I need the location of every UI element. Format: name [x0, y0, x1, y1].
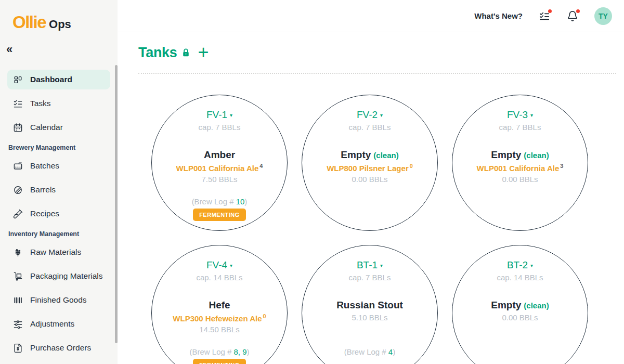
sidebar-collapse-icon[interactable]: « — [6, 43, 22, 56]
sidebar-item-label: Adjustments — [30, 319, 74, 329]
add-tank-button[interactable]: + — [198, 45, 209, 60]
tank-name-dropdown[interactable]: FV-1▾ — [152, 109, 287, 121]
sidebar-item-tasks[interactable]: Tasks — [7, 94, 110, 113]
user-avatar[interactable]: TY — [594, 7, 612, 25]
bell-icon[interactable] — [566, 10, 579, 22]
tank-header: BT-1▾cap. 7 BBLs — [302, 259, 437, 282]
brew-log-suffix: ) — [393, 347, 395, 356]
tank-capacity: cap. 7 BBLs — [302, 123, 437, 132]
tank-brew-log[interactable]: (Brew Log # 4) — [302, 347, 437, 356]
tank-recipe-name: WLP001 California Ale — [176, 164, 259, 173]
whats-new-link[interactable]: What's New? — [474, 11, 523, 20]
bell-notification-dot — [576, 9, 580, 13]
sidebar-item-label: Recipes — [30, 209, 59, 218]
purchase-orders-icon — [12, 343, 23, 353]
tank-id-label: FV-1 — [206, 109, 227, 120]
tank-brew-log[interactable]: (Brew Log # 10) — [152, 197, 287, 206]
chevron-down-icon: ▾ — [530, 263, 533, 268]
app-logo: OllieOps — [0, 0, 118, 32]
sidebar-item-recipes[interactable]: Recipes — [7, 204, 110, 224]
page-title: Tanks — [138, 45, 177, 61]
tank-id-label: FV-2 — [357, 109, 378, 120]
tank-volume: 0.00 BBLs — [302, 175, 437, 184]
chevron-down-icon: ▾ — [530, 112, 533, 118]
tank-contents: Empty(clean)WLP001 California Ale30.00 B… — [452, 149, 588, 184]
sidebar-item-finished-goods[interactable]: Finished Goods — [7, 290, 110, 310]
tank-card-fv-3: FV-3▾cap. 7 BBLsEmpty(clean)WLP001 Calif… — [452, 95, 588, 231]
tank-card-bt-2: BT-2▾cap. 14 BBLsEmpty(clean)0.00 BBLs — [452, 245, 588, 364]
tank-name-dropdown[interactable]: BT-2▾ — [452, 259, 588, 271]
brew-log-prefix: (Brew Log # — [192, 197, 236, 206]
sidebar-nav: DashboardTasksCalendarBrewery Management… — [0, 70, 118, 358]
tank-contents-name: Empty — [341, 149, 371, 160]
tank-contents: HefeWLP300 Hefeweizen Ale014.50 BBLs — [152, 300, 287, 334]
tank-contents-name: Hefe — [209, 300, 230, 310]
tank-header: BT-2▾cap. 14 BBLs — [452, 259, 588, 282]
tank-status-badge[interactable]: FERMENTING — [193, 209, 246, 221]
tank-volume: 5.10 BBLs — [302, 313, 437, 322]
tank-recipe[interactable]: WLP001 California Ale3 — [452, 163, 588, 173]
brew-log-numbers: 10 — [236, 197, 245, 206]
tank-id-label: FV-4 — [206, 259, 227, 270]
brew-log-prefix: (Brew Log # — [189, 347, 233, 356]
sidebar-item-label: Tasks — [30, 99, 51, 108]
sidebar-item-label: Dashboard — [30, 75, 72, 84]
tank-header: FV-3▾cap. 7 BBLs — [452, 109, 588, 132]
tank-contents-name-row: Empty(clean) — [302, 149, 437, 161]
changelog-notification-dot — [548, 9, 552, 13]
tank-clean-status: (clean) — [524, 151, 549, 160]
tank-recipe[interactable]: WLP001 California Ale4 — [152, 163, 287, 173]
tank-recipe-superscript: 3 — [560, 163, 563, 169]
logo-text-secondary: Ops — [49, 18, 71, 31]
sidebar-item-label: Packaging Materials — [30, 271, 103, 281]
tank-name-dropdown[interactable]: FV-3▾ — [452, 109, 588, 121]
changelog-checklist-icon[interactable] — [538, 10, 551, 22]
tank-name-dropdown[interactable]: FV-2▾ — [302, 109, 437, 121]
sidebar-item-label: Raw Materials — [30, 248, 81, 257]
tank-contents: Empty(clean)WLP800 Pilsner Lager00.00 BB… — [302, 149, 437, 184]
sidebar-item-barrels[interactable]: Barrels — [7, 180, 110, 200]
tank-brew-log[interactable]: (Brew Log # 8, 9) — [152, 347, 287, 356]
barrels-icon — [12, 185, 23, 195]
sidebar-item-batches[interactable]: Batches — [7, 156, 110, 176]
tank-header: FV-1▾cap. 7 BBLs — [152, 109, 287, 132]
sidebar-item-label: Batches — [30, 161, 59, 171]
tank-status-badge[interactable]: FERMENTING — [193, 359, 246, 364]
tank-id-label: BT-2 — [507, 259, 528, 270]
sidebar-item-label: Calendar — [30, 123, 63, 132]
tank-name-dropdown[interactable]: BT-1▾ — [302, 259, 437, 271]
tasks-icon — [12, 98, 23, 109]
tank-capacity: cap. 7 BBLs — [302, 273, 437, 282]
sidebar-scrollbar[interactable] — [115, 65, 118, 343]
sidebar-item-dashboard[interactable]: Dashboard — [7, 70, 110, 89]
lock-icon — [182, 48, 190, 57]
tank-card-fv-2: FV-2▾cap. 7 BBLsEmpty(clean)WLP800 Pilsn… — [302, 95, 438, 231]
sidebar-item-calendar[interactable]: Calendar — [7, 118, 110, 137]
main-area: What's New? TY Tanks + FV-1▾cap. 7 BBLsA… — [118, 0, 624, 364]
tank-contents: Russian Stout5.10 BBLs — [302, 300, 437, 322]
tank-recipe[interactable]: WLP800 Pilsner Lager0 — [302, 163, 437, 173]
tank-footer: (Brew Log # 10)FERMENTING — [152, 197, 287, 221]
sidebar-item-adjustments[interactable]: Adjustments — [7, 314, 110, 334]
chevron-down-icon: ▾ — [380, 112, 383, 118]
tank-grid: FV-1▾cap. 7 BBLsAmberWLP001 California A… — [151, 95, 616, 364]
tank-header: FV-4▾cap. 14 BBLs — [152, 259, 287, 282]
brew-log-suffix: ) — [244, 197, 247, 206]
tank-id-label: FV-3 — [507, 109, 528, 120]
tank-recipe[interactable]: WLP300 Hefeweizen Ale0 — [152, 313, 287, 323]
chevron-down-icon: ▾ — [230, 263, 232, 268]
sidebar-item-purchase-orders[interactable]: Purchase Orders — [7, 338, 110, 358]
tank-footer: (Brew Log # 8, 9)FERMENTING — [152, 347, 287, 364]
sidebar-item-packaging-materials[interactable]: Packaging Materials — [7, 266, 110, 286]
tank-contents-name-row: Empty(clean) — [452, 149, 588, 161]
tank-volume: 14.50 BBLs — [152, 325, 287, 334]
sidebar: OllieOps « DashboardTasksCalendarBrewery… — [0, 0, 118, 364]
sidebar-item-raw-materials[interactable]: Raw Materials — [7, 242, 110, 262]
dashboard-icon — [12, 74, 23, 85]
tank-recipe-superscript: 4 — [259, 163, 263, 169]
tank-name-dropdown[interactable]: FV-4▾ — [152, 259, 287, 271]
packaging-materials-icon — [12, 271, 23, 281]
brew-log-numbers: 8, 9 — [234, 347, 247, 356]
top-header: What's New? TY — [118, 0, 624, 32]
tank-recipe-name: WLP001 California Ale — [477, 164, 560, 173]
